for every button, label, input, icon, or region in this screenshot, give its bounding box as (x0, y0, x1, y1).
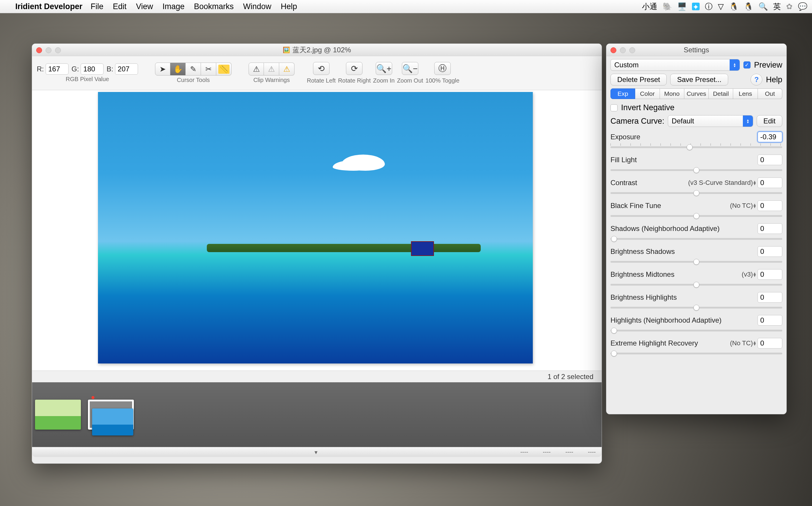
toggle-100-button[interactable]: Ⓗ (434, 62, 451, 75)
zoom-button[interactable] (55, 47, 61, 53)
close-button[interactable] (36, 47, 42, 53)
menu-bookmarks[interactable]: Bookmarks (194, 2, 233, 11)
param-slider[interactable] (610, 281, 782, 287)
param-slider[interactable] (610, 258, 782, 264)
menu-window[interactable]: Window (243, 2, 271, 11)
param-value-input[interactable] (758, 246, 782, 257)
filmstrip[interactable] (32, 382, 602, 447)
param-value-input[interactable] (758, 155, 782, 165)
tab-out[interactable]: Out (758, 88, 782, 99)
clip-saturation-button[interactable]: ⚠ (279, 63, 294, 76)
slider-thumb[interactable] (687, 144, 692, 150)
param-value-input[interactable] (758, 223, 782, 234)
slider-thumb[interactable] (693, 305, 699, 311)
param-value-input[interactable] (758, 132, 782, 142)
tab-exp[interactable]: Exp (610, 88, 635, 99)
info-icon[interactable]: ⓘ (705, 1, 713, 12)
clip-shadows-button[interactable]: ⚠ (249, 63, 264, 76)
param-value-input[interactable] (758, 292, 782, 303)
rotate-right-button[interactable]: ⟳ (346, 62, 362, 75)
param-slider[interactable] (610, 143, 782, 150)
elephant-icon[interactable]: 🐘 (663, 2, 672, 11)
slider-thumb[interactable] (611, 351, 617, 356)
canvas-area[interactable] (32, 90, 602, 370)
penguin-icon-2[interactable]: 🐧 (744, 2, 753, 11)
menu-edit[interactable]: Edit (113, 2, 127, 11)
search-icon[interactable]: 🔍 (758, 2, 768, 11)
thumbnail-1[interactable] (35, 400, 81, 430)
slider-thumb[interactable] (693, 282, 699, 288)
zoom-out-button[interactable]: 🔍− (402, 62, 418, 75)
param-value-input[interactable] (758, 200, 782, 211)
menu-help[interactable]: Help (281, 2, 297, 11)
app-menu[interactable]: Iridient Developer (15, 2, 82, 11)
rgb-g-input[interactable] (81, 64, 104, 75)
penguin-icon[interactable]: 🐧 (729, 2, 738, 11)
param-slider[interactable] (610, 350, 782, 356)
tab-mono[interactable]: Mono (660, 88, 684, 99)
settings-minimize-button[interactable] (620, 47, 626, 53)
slider-thumb[interactable] (693, 213, 699, 219)
slider-thumb[interactable] (611, 236, 617, 242)
settings-titlebar[interactable]: Settings (606, 44, 787, 56)
preview-checkbox[interactable]: ✓ (743, 62, 750, 69)
param-value-input[interactable] (758, 177, 782, 188)
document-titlebar[interactable]: 🖼️ 蓝天2.jpg @ 102% (32, 44, 602, 56)
rgb-caption: RGB Pixel Value (66, 76, 109, 83)
param-slider[interactable] (610, 212, 782, 219)
tab-curves[interactable]: Curves (684, 88, 709, 99)
stepper-icon[interactable]: ▴▾ (753, 203, 756, 208)
eyedropper-tool[interactable]: ✎ (186, 63, 201, 76)
dropdown-icon[interactable]: ▾ (315, 449, 318, 456)
param-value-input[interactable] (758, 269, 782, 280)
menu-view[interactable]: View (136, 2, 153, 11)
crop-tool[interactable]: ✂ (201, 63, 216, 76)
preset-select[interactable]: Custom ▴▾ (610, 59, 740, 71)
slider-thumb[interactable] (693, 167, 699, 173)
status-text[interactable]: 小通 (642, 1, 657, 12)
arrow-tool[interactable]: ➤ (155, 63, 171, 76)
slider-thumb[interactable] (611, 328, 617, 334)
slider-thumb[interactable] (693, 259, 699, 265)
minimize-button[interactable] (46, 47, 52, 53)
menu-image[interactable]: Image (162, 2, 185, 11)
invert-negative-checkbox[interactable] (610, 104, 617, 111)
zoom-in-button[interactable]: 🔍+ (376, 62, 392, 75)
settings-close-button[interactable] (610, 47, 616, 53)
thumbnail-2-selected[interactable] (88, 400, 134, 430)
leaf-icon[interactable]: ✿ (786, 2, 793, 11)
param-value-input[interactable] (758, 338, 782, 348)
param-slider[interactable] (610, 166, 782, 173)
stepper-icon[interactable]: ▴▾ (753, 341, 756, 346)
tab-color[interactable]: Color (635, 88, 660, 99)
delete-preset-button[interactable]: Delete Preset (610, 74, 667, 86)
help-icon-button[interactable]: ? (750, 74, 762, 86)
camera-curve-select[interactable]: Default ▴▾ (668, 115, 753, 127)
stepper-icon[interactable]: ▴▾ (753, 272, 756, 277)
measure-tool[interactable]: 📏 (216, 63, 231, 76)
param-slider[interactable] (610, 304, 782, 310)
tab-detail[interactable]: Detail (709, 88, 733, 99)
rgb-b-input[interactable] (115, 64, 138, 75)
slider-thumb[interactable] (693, 190, 699, 196)
rotate-left-button[interactable]: ⟲ (313, 62, 330, 75)
param-value-input[interactable] (758, 315, 782, 326)
save-preset-button[interactable]: Save Preset... (670, 74, 728, 86)
param-slider[interactable] (610, 327, 782, 333)
display-icon[interactable]: 🖥️ (677, 2, 687, 11)
param-slider[interactable] (610, 235, 782, 242)
wechat-icon[interactable]: 💬 (798, 2, 807, 11)
input-source[interactable]: 英 (773, 1, 781, 12)
stepper-icon[interactable]: ▴▾ (753, 180, 756, 185)
edit-camera-curve-button[interactable]: Edit (757, 115, 782, 127)
settings-zoom-button[interactable] (629, 47, 635, 53)
app-status-icon[interactable]: ✦ (692, 3, 700, 10)
tab-lens[interactable]: Lens (733, 88, 758, 99)
rgb-r-input[interactable] (46, 64, 69, 75)
param-slider[interactable] (610, 189, 782, 196)
menu-file[interactable]: File (91, 2, 104, 11)
image-preview[interactable] (98, 92, 533, 363)
shield-icon[interactable]: ▽ (718, 2, 724, 11)
clip-highlights-button[interactable]: ⚠ (264, 63, 279, 76)
hand-tool[interactable]: ✋ (171, 63, 186, 76)
